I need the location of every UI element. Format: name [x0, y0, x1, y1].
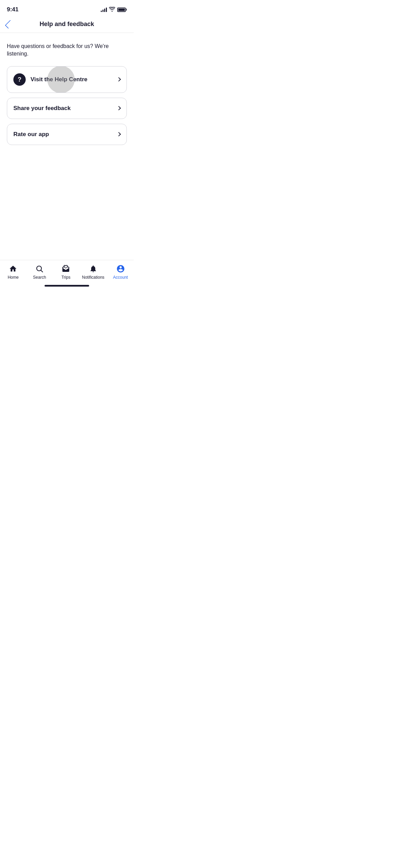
trips-icon — [61, 264, 70, 273]
nav-label-home: Home — [8, 275, 19, 280]
account-icon — [116, 264, 125, 273]
share-feedback-label: Share your feedback — [13, 105, 71, 112]
home-indicator — [45, 285, 89, 287]
bell-icon — [89, 264, 98, 273]
wifi-icon — [109, 7, 115, 13]
page-title: Help and feedback — [39, 21, 94, 28]
rate-app-label: Rate our app — [13, 131, 49, 138]
nav-item-trips[interactable]: Trips — [56, 264, 76, 280]
visit-help-centre-button[interactable]: ? Visit the Help Centre — [7, 66, 127, 93]
nav-item-home[interactable]: Home — [3, 264, 23, 280]
svg-line-1 — [41, 270, 43, 273]
nav-label-notifications: Notifications — [82, 275, 104, 280]
nav-label-trips: Trips — [61, 275, 70, 280]
search-icon — [35, 264, 44, 273]
page-header: Help and feedback — [0, 17, 134, 33]
battery-icon — [117, 8, 127, 12]
signal-bars-icon — [101, 7, 107, 12]
nav-item-notifications[interactable]: Notifications — [82, 264, 104, 280]
home-icon — [9, 264, 17, 273]
status-time: 9:41 — [7, 6, 19, 13]
svg-point-0 — [37, 266, 41, 271]
main-content: Have questions or feedback for us? We're… — [0, 33, 134, 145]
chevron-right-icon — [117, 106, 121, 110]
status-bar: 9:41 — [0, 0, 134, 17]
status-icons — [101, 7, 127, 13]
nav-label-account: Account — [113, 275, 128, 280]
rate-app-button[interactable]: Rate our app — [7, 124, 127, 145]
help-question-icon: ? — [13, 73, 26, 86]
back-chevron-icon — [5, 20, 13, 28]
nav-item-search[interactable]: Search — [29, 264, 50, 280]
nav-label-search: Search — [33, 275, 46, 280]
back-button[interactable] — [7, 21, 12, 28]
chevron-right-icon — [117, 77, 121, 82]
subtitle-text: Have questions or feedback for us? We're… — [7, 43, 127, 58]
nav-item-account[interactable]: Account — [110, 264, 131, 280]
ripple-effect — [47, 66, 75, 93]
share-feedback-button[interactable]: Share your feedback — [7, 98, 127, 119]
chevron-right-icon — [117, 132, 121, 136]
